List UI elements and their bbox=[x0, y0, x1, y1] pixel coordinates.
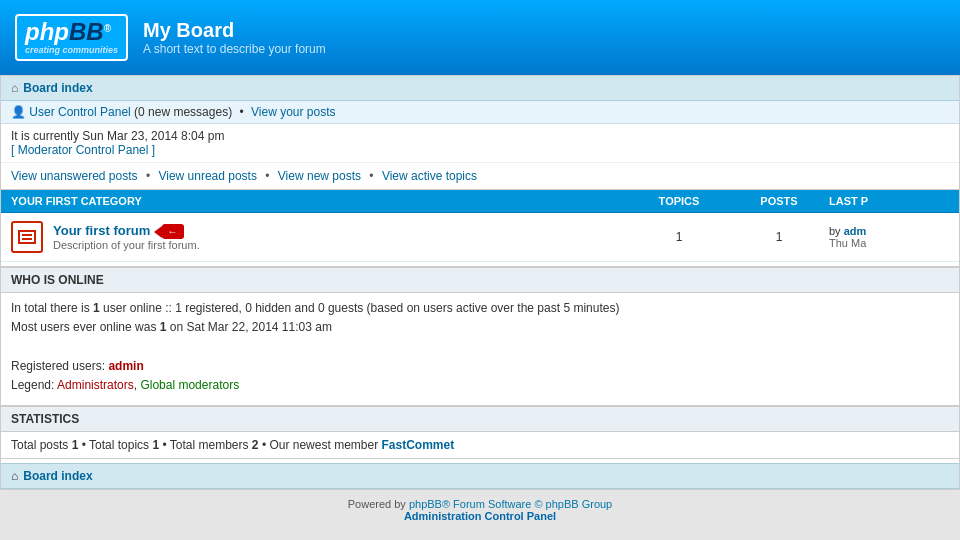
board-description: A short text to describe your forum bbox=[143, 42, 326, 56]
last-post-author[interactable]: adm bbox=[844, 225, 867, 237]
sep2: • bbox=[162, 438, 169, 452]
home-icon: ⌂ bbox=[11, 81, 18, 95]
logo-tagline: creating communities bbox=[25, 46, 118, 55]
forum-last-post: by adm Thu Ma bbox=[829, 225, 949, 249]
total-members-label: Total members bbox=[170, 438, 249, 452]
footer-home-icon: ⌂ bbox=[11, 469, 18, 483]
footer-powered: Powered by phpBB® Forum Software © phpBB… bbox=[8, 498, 952, 510]
who-is-online-content: In total there is 1 user online :: 1 reg… bbox=[1, 293, 959, 401]
info-bar: It is currently Sun Mar 23, 2014 8:04 pm… bbox=[1, 124, 959, 163]
footer-admin-cp: Administration Control Panel bbox=[8, 510, 952, 522]
view-posts-link[interactable]: View your posts bbox=[251, 105, 336, 119]
category-header: YOUR FIRST CATEGORY TOPICS POSTS LAST P bbox=[1, 190, 959, 213]
mod-panel-link[interactable]: [ Moderator Control Panel ] bbox=[11, 143, 155, 157]
topics-col-header: TOPICS bbox=[629, 195, 729, 207]
logo-bb: BB bbox=[69, 18, 104, 45]
last-post-date: Thu Ma bbox=[829, 237, 866, 249]
wio-registered: Registered users: admin bbox=[11, 357, 949, 376]
links-bar: View unanswered posts • View unread post… bbox=[1, 163, 959, 190]
new-posts-link[interactable]: View new posts bbox=[278, 169, 361, 183]
active-topics-link[interactable]: View active topics bbox=[382, 169, 477, 183]
wio-total-count: 1 bbox=[93, 301, 100, 315]
header-text: My Board A short text to describe your f… bbox=[143, 19, 326, 56]
logo-registered: ® bbox=[104, 23, 111, 34]
main-container: ⌂ Board index 👤 User Control Panel (0 ne… bbox=[0, 75, 960, 490]
forum-icon-inner bbox=[18, 230, 36, 244]
last-col-header: LAST P bbox=[829, 195, 949, 207]
posts-col-header: POSTS bbox=[729, 195, 829, 207]
mod-panel-link-wrap: [ Moderator Control Panel ] bbox=[11, 143, 949, 157]
breadcrumb-bar: ⌂ Board index bbox=[1, 76, 959, 101]
forum-row: Your first forum ← Description of your f… bbox=[1, 213, 959, 262]
unanswered-link[interactable]: View unanswered posts bbox=[11, 169, 138, 183]
newest-member-link[interactable]: FastCommet bbox=[381, 438, 454, 452]
footer-breadcrumb-bar: ⌂ Board index bbox=[1, 463, 959, 489]
new-messages-count: 0 new messages bbox=[138, 105, 228, 119]
logo-php: php bbox=[25, 18, 69, 45]
unread-link[interactable]: View unread posts bbox=[158, 169, 257, 183]
footer-board-index-link[interactable]: Board index bbox=[23, 469, 92, 483]
total-posts-count: 1 bbox=[72, 438, 79, 452]
forum-posts-count: 1 bbox=[729, 230, 829, 244]
category-title: YOUR FIRST CATEGORY bbox=[11, 195, 629, 207]
statistics-content: Total posts 1 • Total topics 1 • Total m… bbox=[1, 432, 959, 459]
site-header: phpBB® creating communities My Board A s… bbox=[0, 0, 960, 75]
forum-description: Description of your first forum. bbox=[53, 239, 629, 251]
admin-user-link[interactable]: admin bbox=[108, 359, 143, 373]
forum-icon bbox=[11, 221, 43, 253]
logo: phpBB® creating communities bbox=[15, 14, 128, 61]
board-index-link[interactable]: Board index bbox=[23, 81, 92, 95]
newest-member-label: Our newest member bbox=[269, 438, 378, 452]
statistics-header: STATISTICS bbox=[1, 405, 959, 432]
total-topics-label: Total topics bbox=[89, 438, 149, 452]
total-members-count: 2 bbox=[252, 438, 259, 452]
total-topics-count: 1 bbox=[152, 438, 159, 452]
total-posts-label: Total posts bbox=[11, 438, 68, 452]
ucp-link[interactable]: User Control Panel bbox=[29, 105, 130, 119]
new-indicator-arrow: ← bbox=[162, 224, 184, 239]
wio-legend: Legend: Administrators, Global moderator… bbox=[11, 376, 949, 395]
phpbb-link[interactable]: phpBB® Forum Software © phpBB Group bbox=[409, 498, 612, 510]
wio-total-line: In total there is 1 user online :: 1 reg… bbox=[11, 299, 949, 318]
admin-legend-link[interactable]: Administrators bbox=[57, 378, 134, 392]
user-bar: 👤 User Control Panel (0 new messages) • … bbox=[1, 101, 959, 124]
datetime-text: It is currently Sun Mar 23, 2014 8:04 pm bbox=[11, 129, 949, 143]
who-is-online-header: WHO IS ONLINE bbox=[1, 266, 959, 293]
page-footer: Powered by phpBB® Forum Software © phpBB… bbox=[0, 490, 960, 530]
wio-most-ever: Most users ever online was 1 on Sat Mar … bbox=[11, 318, 949, 337]
forum-info: Your first forum ← Description of your f… bbox=[53, 223, 629, 251]
board-title: My Board bbox=[143, 19, 326, 42]
mod-legend-link[interactable]: Global moderators bbox=[140, 378, 239, 392]
sep1: • bbox=[82, 438, 89, 452]
wio-most-count: 1 bbox=[160, 320, 167, 334]
ucp-icon: 👤 bbox=[11, 105, 26, 119]
forum-name-link[interactable]: Your first forum bbox=[53, 223, 150, 238]
admin-cp-link[interactable]: Administration Control Panel bbox=[404, 510, 556, 522]
forum-topics-count: 1 bbox=[629, 230, 729, 244]
logo-box: phpBB® creating communities bbox=[15, 14, 128, 61]
